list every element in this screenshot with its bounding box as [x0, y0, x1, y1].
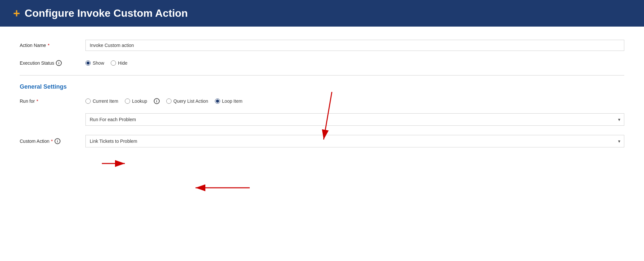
custom-action-row: Custom Action * i Link Tickets to Proble… [20, 135, 624, 147]
execution-status-info-icon[interactable]: i [56, 60, 62, 66]
page-wrapper: + Configure Invoke Custom Action Action … [0, 0, 644, 261]
custom-action-label: Custom Action * i [20, 138, 85, 144]
run-for-loop-item-option[interactable]: Loop Item [215, 98, 242, 104]
run-for-loop-item-radio[interactable] [215, 98, 220, 104]
action-name-input[interactable] [85, 40, 624, 51]
run-for-select-wrapper: Run For each Problem ▾ [85, 113, 624, 126]
run-for-query-list-radio[interactable] [166, 98, 172, 104]
run-for-label: Run for * [20, 98, 85, 104]
page-title: Configure Invoke Custom Action [25, 7, 188, 19]
run-for-radio-group: Current Item Lookup i Query List Action … [85, 98, 242, 104]
execution-status-label-text: Execution Status [20, 60, 54, 66]
run-for-select[interactable]: Run For each Problem [85, 113, 624, 126]
run-for-required: * [36, 98, 38, 104]
run-for-current-item-option[interactable]: Current Item [85, 98, 118, 104]
execution-status-row: Execution Status i Show Hide [20, 60, 624, 66]
run-for-lookup-option[interactable]: Lookup [125, 98, 147, 104]
run-for-dropdown-row: Run For each Problem ▾ [20, 113, 624, 126]
custom-action-required: * [51, 139, 53, 144]
execution-status-show-option[interactable]: Show [85, 60, 104, 66]
action-name-required: * [48, 43, 49, 48]
run-for-current-item-label[interactable]: Current Item [93, 98, 118, 104]
general-settings-title: General Settings [20, 83, 624, 90]
page-header: + Configure Invoke Custom Action [0, 0, 644, 27]
execution-status-hide-label[interactable]: Hide [118, 60, 127, 66]
section-divider [20, 75, 624, 76]
run-for-query-list-option[interactable]: Query List Action [166, 98, 208, 104]
run-for-loop-item-label[interactable]: Loop Item [222, 98, 242, 104]
execution-status-radio-group: Show Hide [85, 60, 127, 66]
run-for-lookup-label[interactable]: Lookup [132, 98, 147, 104]
run-for-query-list-label[interactable]: Query List Action [173, 98, 208, 104]
action-name-row: Action Name* [20, 40, 624, 51]
custom-action-select[interactable]: Link Tickets to Problem [85, 135, 624, 147]
custom-action-label-text: Custom Action [20, 139, 49, 144]
execution-status-show-label[interactable]: Show [93, 60, 104, 66]
action-name-label-text: Action Name [20, 43, 46, 48]
run-for-lookup-radio[interactable] [125, 98, 130, 104]
custom-action-info-icon[interactable]: i [55, 138, 60, 144]
run-for-label-text: Run for [20, 98, 35, 104]
execution-status-hide-option[interactable]: Hide [111, 60, 127, 66]
plus-icon: + [13, 8, 20, 19]
run-for-row: Run for * Current Item Lookup i Query Li… [20, 98, 624, 104]
custom-action-select-wrapper: Link Tickets to Problem ▾ [85, 135, 624, 147]
run-for-current-item-radio[interactable] [85, 98, 91, 104]
action-name-label: Action Name* [20, 43, 85, 48]
execution-status-hide-radio[interactable] [111, 60, 116, 66]
page-content: Action Name* Execution Status i Show Hid… [0, 27, 644, 170]
execution-status-show-radio[interactable] [85, 60, 91, 66]
execution-status-label: Execution Status i [20, 60, 85, 66]
lookup-info-icon[interactable]: i [154, 98, 160, 104]
